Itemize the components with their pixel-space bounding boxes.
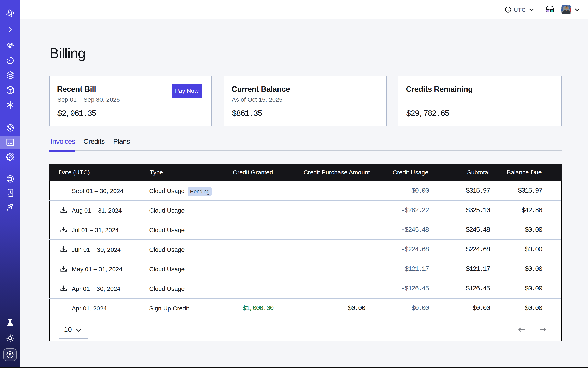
svg-text:$: $ xyxy=(9,352,11,357)
